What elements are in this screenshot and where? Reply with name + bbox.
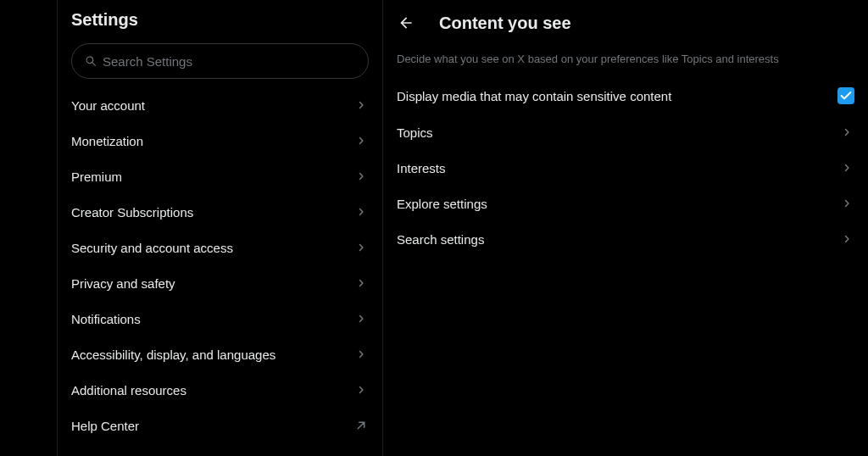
nav-item-label: Notifications <box>71 312 141 326</box>
search-icon <box>84 54 97 68</box>
left-gutter <box>0 0 58 456</box>
check-icon <box>839 89 853 103</box>
link-label: Topics <box>397 125 433 140</box>
nav-item-privacy[interactable]: Privacy and safety <box>58 265 382 301</box>
nav-item-additional-resources[interactable]: Additional resources <box>58 372 382 408</box>
link-interests[interactable]: Interests <box>383 150 868 186</box>
chevron-right-icon <box>353 204 369 220</box>
chevron-right-icon <box>839 160 854 175</box>
nav-item-creator-subscriptions[interactable]: Creator Subscriptions <box>58 194 382 230</box>
back-button[interactable] <box>392 8 420 37</box>
chevron-right-icon <box>353 97 369 113</box>
nav-item-notifications[interactable]: Notifications <box>58 301 382 336</box>
settings-sidebar: Settings Your account Monetization Premi… <box>58 0 383 456</box>
nav-item-your-account[interactable]: Your account <box>58 87 382 123</box>
nav-item-label: Your account <box>71 98 145 113</box>
sensitive-content-label: Display media that may contain sensitive… <box>397 89 671 103</box>
nav-item-accessibility[interactable]: Accessibility, display, and languages <box>58 336 382 372</box>
nav-item-premium[interactable]: Premium <box>58 158 382 194</box>
link-label: Explore settings <box>397 197 487 211</box>
content-header: Content you see <box>383 0 868 44</box>
sidebar-header: Settings <box>58 0 382 36</box>
chevron-right-icon <box>353 382 369 398</box>
link-search-settings[interactable]: Search settings <box>383 221 868 257</box>
page-description: Decide what you see on X based on your p… <box>383 44 868 77</box>
link-label: Search settings <box>397 232 484 247</box>
nav-item-label: Help Center <box>71 419 139 433</box>
nav-item-security[interactable]: Security and account access <box>58 230 382 265</box>
chevron-right-icon <box>839 125 854 140</box>
chevron-right-icon <box>353 133 369 148</box>
nav-item-label: Security and account access <box>71 241 233 255</box>
nav-item-label: Premium <box>71 170 122 184</box>
link-topics[interactable]: Topics <box>383 114 868 150</box>
nav-item-label: Additional resources <box>71 383 186 398</box>
chevron-right-icon <box>353 275 369 291</box>
search-container[interactable] <box>71 43 369 79</box>
chevron-right-icon <box>353 347 369 362</box>
nav-item-label: Accessibility, display, and languages <box>71 348 275 362</box>
sensitive-content-checkbox[interactable] <box>837 87 854 104</box>
sensitive-content-toggle-row[interactable]: Display media that may contain sensitive… <box>383 77 868 114</box>
chevron-right-icon <box>353 169 369 184</box>
content-panel: Content you see Decide what you see on X… <box>383 0 868 456</box>
nav-item-label: Privacy and safety <box>71 276 175 291</box>
settings-nav: Your account Monetization Premium Creato… <box>58 82 382 443</box>
arrow-left-icon <box>398 14 415 31</box>
external-link-icon <box>353 418 369 433</box>
nav-item-label: Creator Subscriptions <box>71 205 193 220</box>
chevron-right-icon <box>839 231 854 247</box>
search-wrapper <box>58 36 382 82</box>
chevron-right-icon <box>353 311 369 326</box>
nav-item-monetization[interactable]: Monetization <box>58 123 382 158</box>
page-title: Content you see <box>439 14 571 33</box>
link-explore-settings[interactable]: Explore settings <box>383 186 868 221</box>
link-label: Interests <box>397 161 446 175</box>
search-input[interactable] <box>103 54 356 69</box>
chevron-right-icon <box>839 196 854 211</box>
chevron-right-icon <box>353 240 369 255</box>
nav-item-label: Monetization <box>71 134 143 148</box>
nav-item-help-center[interactable]: Help Center <box>58 408 382 443</box>
settings-title: Settings <box>71 10 369 30</box>
